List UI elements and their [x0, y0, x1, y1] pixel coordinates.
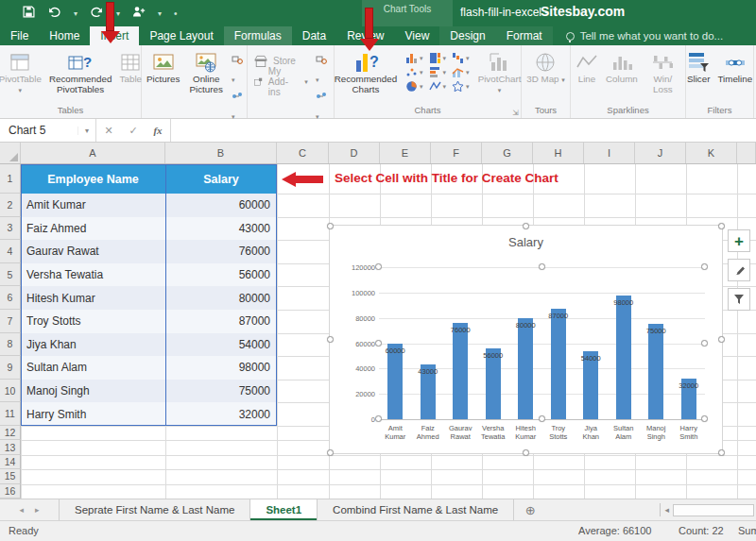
- plot-area-handle[interactable]: [539, 263, 545, 270]
- chart-frame-handle[interactable]: [718, 336, 725, 343]
- column-header-D[interactable]: D: [329, 143, 380, 163]
- cell-name[interactable]: Harry Smith: [21, 402, 165, 426]
- new-sheet-button[interactable]: ⊕: [514, 499, 546, 520]
- chart-bar[interactable]: [616, 296, 631, 419]
- row-header-4[interactable]: 4: [0, 240, 21, 263]
- plot-area-handle[interactable]: [375, 415, 382, 422]
- plot-area-handle[interactable]: [701, 263, 708, 270]
- cell-name[interactable]: Sultan Alam: [21, 356, 165, 380]
- pie-chart-icon[interactable]: ▾: [405, 80, 423, 93]
- shapes-icon[interactable]: ▾: [232, 52, 243, 86]
- cell-salary[interactable]: 43000: [165, 217, 277, 241]
- cell-name[interactable]: Faiz Ahmed: [21, 217, 165, 241]
- chart-bar[interactable]: [518, 318, 533, 419]
- tell-me-box[interactable]: Tell me what you want to do...: [566, 26, 724, 45]
- chart-frame-handle[interactable]: [523, 223, 529, 229]
- combo-chart-icon[interactable]: ▾: [452, 66, 470, 78]
- smartart-icon[interactable]: ▾: [232, 89, 243, 123]
- ribbon-tab-design[interactable]: Design: [439, 26, 495, 45]
- ribbon-tab-page-layout[interactable]: Page Layout: [139, 26, 223, 45]
- ribbon-tab-home[interactable]: Home: [39, 26, 90, 45]
- chart-frame-handle[interactable]: [718, 223, 725, 229]
- dialog-launcher-icon[interactable]: ⇲: [512, 109, 519, 117]
- cell-salary[interactable]: 76000: [165, 240, 277, 263]
- chart-frame-handle[interactable]: [523, 449, 529, 456]
- scatter-chart-icon[interactable]: ▾: [405, 66, 423, 78]
- column-header-C[interactable]: C: [277, 143, 329, 163]
- scroll-left-icon[interactable]: ◂: [664, 505, 669, 515]
- sheet-tab-sheet1[interactable]: Sheet1: [250, 499, 318, 520]
- row-header-10[interactable]: 10: [0, 380, 21, 403]
- sheet-tab-seprate-first-name-last-name[interactable]: Seprate First Name & Last Name: [59, 499, 250, 520]
- recent-addin-icon[interactable]: ▾: [316, 52, 330, 86]
- plot-area-handle[interactable]: [375, 263, 382, 270]
- row-header-6[interactable]: 6: [0, 286, 21, 310]
- my-add-ins-button[interactable]: My Add-ins ▾: [249, 73, 312, 91]
- table-header-salary[interactable]: Salary: [165, 164, 277, 194]
- column-header-A[interactable]: A: [21, 143, 165, 163]
- cell-name[interactable]: Gaurav Rawat: [21, 240, 165, 263]
- row-header-8[interactable]: 8: [0, 333, 21, 357]
- horizontal-scrollbar[interactable]: ◂: [660, 499, 756, 520]
- plot-area-handle[interactable]: [375, 340, 382, 347]
- cell-name[interactable]: Troy Stotts: [21, 310, 165, 333]
- recommended-charts-button[interactable]: ?Recommended Charts: [332, 48, 400, 96]
- row-header-2[interactable]: 2: [0, 194, 21, 217]
- ribbon-tab-file[interactable]: File: [0, 26, 39, 45]
- app-window-icon[interactable]: ▾: [316, 89, 330, 123]
- share-person-icon[interactable]: [132, 5, 146, 22]
- row-header-16[interactable]: 16: [0, 484, 21, 499]
- column-header-F[interactable]: F: [431, 143, 482, 163]
- hierarchy-chart-icon[interactable]: ▾: [429, 52, 447, 64]
- row-header-12[interactable]: 12: [0, 426, 21, 440]
- recommended-pivottables-button[interactable]: ?Recommended PivotTables: [46, 48, 114, 96]
- column-header-G[interactable]: G: [482, 143, 533, 163]
- bar-chart-icon[interactable]: ▾: [429, 66, 447, 78]
- undo-caret-icon[interactable]: ▾: [74, 9, 77, 18]
- row-header-5[interactable]: 5: [0, 263, 21, 287]
- online-pictures-button[interactable]: Online Pictures: [184, 48, 228, 96]
- ribbon-tab-format[interactable]: Format: [496, 26, 553, 45]
- chart-frame-handle[interactable]: [327, 336, 334, 343]
- timeline-button[interactable]: Timeline: [714, 48, 755, 87]
- row-header-3[interactable]: 3: [0, 217, 21, 241]
- column-header-H[interactable]: H: [533, 143, 584, 163]
- plot-area-handle[interactable]: [701, 415, 708, 422]
- row-header-7[interactable]: 7: [0, 310, 21, 333]
- column-header-K[interactable]: K: [686, 143, 737, 163]
- line-chart-icon[interactable]: ▾: [429, 80, 447, 93]
- row-header-1[interactable]: 1: [0, 164, 21, 194]
- chart-bar[interactable]: [387, 344, 403, 420]
- undo-icon[interactable]: [47, 5, 61, 22]
- cell-salary[interactable]: 98000: [165, 356, 277, 380]
- worksheet-grid[interactable]: ABCDEFGHIJK 12345678910111213141516Emplo…: [0, 143, 756, 499]
- ribbon-tab-data[interactable]: Data: [292, 26, 336, 45]
- slicer-button[interactable]: Slicer: [684, 48, 713, 87]
- embedded-chart[interactable]: Salary0200004000060000800001000001200006…: [329, 225, 723, 454]
- chart-elements-button[interactable]: +: [728, 229, 750, 252]
- chart-bar[interactable]: [453, 323, 468, 419]
- ribbon-tab-view[interactable]: View: [395, 26, 440, 45]
- qat-more-icon[interactable]: •: [174, 8, 178, 19]
- ribbon-tab-formulas[interactable]: Formulas: [224, 26, 292, 45]
- cell-salary[interactable]: 87000: [165, 310, 277, 333]
- qat-customize-icon[interactable]: ▾: [158, 9, 162, 18]
- redo-caret-icon[interactable]: ▾: [116, 9, 120, 18]
- table-header-employee-name[interactable]: Employee Name: [21, 164, 165, 194]
- waterfall-chart-icon[interactable]: ▾: [452, 52, 470, 64]
- row-header-15[interactable]: 15: [0, 469, 21, 483]
- cell-salary[interactable]: 32000: [165, 402, 277, 426]
- cell-name[interactable]: Jiya Khan: [21, 333, 165, 357]
- column-header-I[interactable]: I: [584, 143, 635, 163]
- chart-frame-handle[interactable]: [327, 223, 334, 229]
- cell-salary[interactable]: 75000: [165, 380, 277, 403]
- row-header-13[interactable]: 13: [0, 440, 21, 454]
- enter-formula-icon[interactable]: ✓: [121, 125, 146, 137]
- cell-salary[interactable]: 54000: [165, 333, 277, 357]
- cell-salary[interactable]: 80000: [165, 286, 277, 310]
- chart-filters-button[interactable]: [728, 288, 750, 311]
- row-header-9[interactable]: 9: [0, 356, 21, 380]
- sheet-nav-left-icon[interactable]: ◂: [19, 505, 24, 515]
- chart-bar[interactable]: [648, 324, 663, 419]
- cell-name[interactable]: Amit Kumar: [21, 194, 165, 217]
